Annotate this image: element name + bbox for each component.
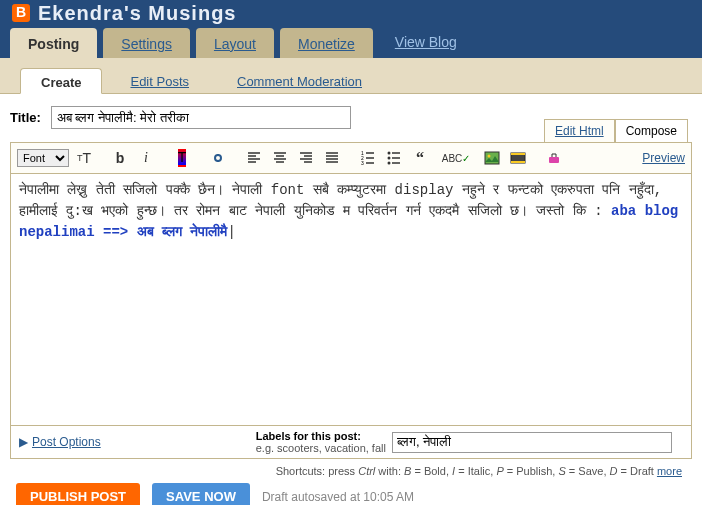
text-color-button[interactable]: T: [171, 147, 193, 169]
draft-status: Draft autosaved at 10:05 AM: [262, 490, 414, 504]
labels-title: Labels for this post:: [256, 430, 386, 442]
align-left-button[interactable]: [243, 147, 265, 169]
app-header: Ekendra's Musings: [0, 0, 702, 26]
subtab-edit-posts[interactable]: Edit Posts: [110, 68, 209, 93]
title-label: Title:: [10, 110, 41, 125]
content-area: Title: Edit Html Compose Font TT b i T 1…: [0, 94, 702, 505]
compose-tab[interactable]: Compose: [615, 119, 688, 142]
main-tabs: Posting Settings Layout Monetize View Bl…: [0, 26, 702, 58]
svg-point-3: [388, 152, 391, 155]
blog-title: Ekendra's Musings: [38, 2, 236, 25]
align-justify-button[interactable]: [321, 147, 343, 169]
post-options-link[interactable]: Post Options: [32, 435, 101, 449]
editor-footer: ▶ Post Options Labels for this post: e.g…: [10, 426, 692, 459]
shortcuts-more-link[interactable]: more: [657, 465, 682, 477]
tab-settings[interactable]: Settings: [103, 28, 190, 58]
align-right-button[interactable]: [295, 147, 317, 169]
tab-layout[interactable]: Layout: [196, 28, 274, 58]
svg-rect-9: [511, 153, 525, 155]
view-blog-link[interactable]: View Blog: [379, 26, 473, 58]
labels-section: Labels for this post: e.g. scooters, vac…: [256, 430, 386, 454]
edit-html-tab[interactable]: Edit Html: [544, 119, 615, 142]
italic-button[interactable]: i: [135, 147, 157, 169]
bold-button[interactable]: b: [109, 147, 131, 169]
bullet-list-button[interactable]: [383, 147, 405, 169]
remove-format-button[interactable]: [543, 147, 565, 169]
tab-monetize[interactable]: Monetize: [280, 28, 373, 58]
video-button[interactable]: [507, 147, 529, 169]
tab-posting[interactable]: Posting: [10, 28, 97, 58]
editor-text: aba blog: [611, 203, 678, 219]
action-buttons: PUBLISH POST SAVE NOW Draft autosaved at…: [10, 483, 692, 505]
align-center-button[interactable]: [269, 147, 291, 169]
numbered-list-button[interactable]: 123: [357, 147, 379, 169]
editor-text: नेपालीमा लेख्नु तेती सजिलो पक्कै छैन। ने…: [19, 182, 662, 198]
svg-point-4: [388, 157, 391, 160]
preview-link[interactable]: Preview: [642, 151, 685, 165]
svg-rect-10: [511, 161, 525, 163]
blogger-logo-icon: [12, 4, 30, 22]
save-button[interactable]: SAVE NOW: [152, 483, 250, 505]
blockquote-button[interactable]: “: [409, 147, 431, 169]
editor-text: हामीलाई दु:ख भएको हुन्छ। तर रोमन बाट नेप…: [19, 203, 611, 219]
title-input[interactable]: [51, 106, 351, 129]
subtab-create[interactable]: Create: [20, 68, 102, 94]
labels-input[interactable]: [392, 432, 672, 453]
font-size-icon[interactable]: TT: [73, 147, 95, 169]
editor-toolbar: Font TT b i T 123 “ ABC✓ Preview: [10, 142, 692, 174]
svg-point-7: [488, 155, 491, 158]
editor-text: अब ब्लग नेपालीमै: [137, 224, 228, 240]
editor-textarea[interactable]: नेपालीमा लेख्नु तेती सजिलो पक्कै छैन। ने…: [10, 174, 692, 426]
publish-button[interactable]: PUBLISH POST: [16, 483, 140, 505]
sub-tabs: Create Edit Posts Comment Moderation: [0, 58, 702, 94]
expand-icon[interactable]: ▶: [19, 435, 28, 449]
subtab-comment-moderation[interactable]: Comment Moderation: [217, 68, 382, 93]
shortcuts-hint: Shortcuts: press Ctrl with: B = Bold, I …: [10, 459, 692, 483]
editor-mode-tabs: Edit Html Compose: [544, 119, 688, 142]
font-select[interactable]: Font: [17, 149, 69, 167]
spellcheck-button[interactable]: ABC✓: [445, 147, 467, 169]
svg-rect-11: [549, 157, 559, 163]
link-button[interactable]: [207, 147, 229, 169]
image-button[interactable]: [481, 147, 503, 169]
svg-rect-6: [485, 152, 499, 164]
editor-text: nepalimai ==>: [19, 224, 137, 240]
svg-point-5: [388, 162, 391, 165]
labels-hint: e.g. scooters, vacation, fall: [256, 442, 386, 454]
svg-text:3: 3: [361, 160, 364, 166]
